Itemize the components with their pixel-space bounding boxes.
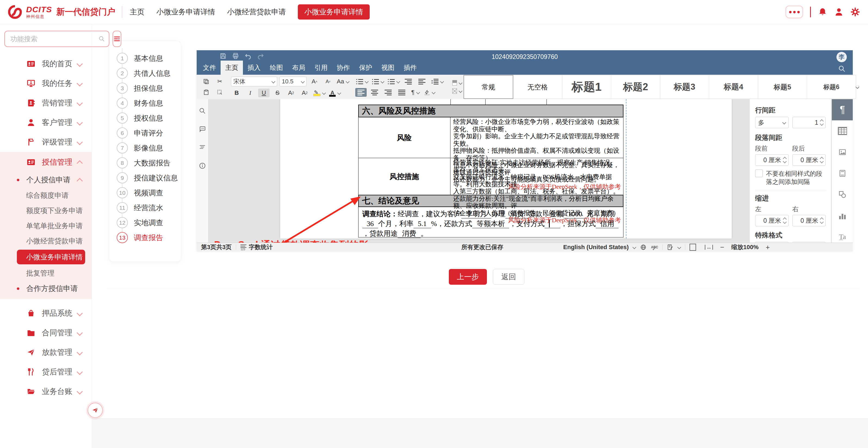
shading-button[interactable]: [423, 88, 436, 97]
editor-menu-tab[interactable]: 插件: [399, 61, 421, 75]
document-page[interactable]: 六、风险及风控措施 风险 经营风险：小微企业市场竞争力弱，易受行业波动（如政策变…: [280, 99, 732, 239]
sidebar-group[interactable]: 放款管理: [0, 343, 92, 362]
nav-tab-2[interactable]: 小微经营贷款申请: [227, 7, 286, 17]
sidebar-group[interactable]: 合同管理: [0, 323, 92, 343]
select-button[interactable]: [214, 88, 225, 97]
indent-left-input[interactable]: 0 厘米: [755, 215, 788, 226]
change-case-button[interactable]: Aa: [336, 77, 350, 86]
paragraph-mark-button[interactable]: ¶: [410, 88, 421, 97]
editor-search-icon[interactable]: [838, 65, 846, 73]
function-search-box[interactable]: [4, 31, 110, 47]
sidebar-subitem[interactable]: 单笔单批业务申请: [0, 218, 92, 233]
style-option[interactable]: 常规: [464, 75, 513, 99]
step-item[interactable]: 1 基本信息: [109, 51, 181, 66]
sidebar-group[interactable]: 客户管理: [0, 113, 92, 132]
editor-menu-tab[interactable]: 布局: [287, 61, 310, 75]
style-option[interactable]: 标题1: [562, 75, 611, 99]
sidebar-group-credit[interactable]: 授信管理: [0, 152, 92, 172]
justify-button[interactable]: [396, 88, 407, 97]
superscript-button[interactable]: A2: [285, 89, 297, 97]
language-select[interactable]: English (United States): [559, 243, 640, 251]
sidebar-group[interactable]: 业务台账: [0, 382, 92, 401]
sidebar-subitem[interactable]: 小微经营贷款申请: [0, 233, 92, 249]
sidebar-group[interactable]: 我的首页: [0, 54, 92, 74]
italic-button[interactable]: I: [245, 89, 256, 97]
sidebar-subitem[interactable]: 额度项下业务申请: [0, 203, 92, 218]
same-style-checkbox[interactable]: [755, 170, 763, 177]
step-item[interactable]: 9 授信建议信息: [109, 170, 181, 185]
align-center-button[interactable]: [369, 88, 380, 97]
sidebar-item-partner-credit[interactable]: 合作方授信申请: [0, 281, 92, 297]
sidebar-subitem-active[interactable]: 小微业务申请详情: [17, 250, 85, 264]
underline-button[interactable]: U: [258, 89, 270, 97]
step-item[interactable]: 3 担保信息: [109, 81, 181, 96]
paragraph-settings-tab[interactable]: ¶: [832, 99, 853, 120]
fit-width-button[interactable]: ↔: [701, 243, 717, 251]
style-option[interactable]: 标题3: [660, 75, 709, 99]
align-left-button[interactable]: [355, 88, 367, 97]
step-item[interactable]: 5 授权信息: [109, 111, 181, 126]
font-family-select[interactable]: 宋体: [231, 77, 277, 87]
decrease-indent-button[interactable]: [403, 77, 414, 86]
copy-button[interactable]: [200, 77, 212, 86]
search-input[interactable]: [10, 35, 98, 43]
nav-tab-0[interactable]: 主页: [130, 7, 145, 17]
subscript-button[interactable]: A2: [299, 89, 310, 97]
table-settings-tab[interactable]: [832, 120, 853, 142]
return-button[interactable]: 返回: [493, 269, 524, 285]
style-option[interactable]: 标题2: [611, 75, 660, 99]
header-footer-settings-tab[interactable]: [832, 163, 853, 184]
shrink-font-button[interactable]: A˅: [322, 77, 334, 86]
step-item[interactable]: 7 影像信息: [109, 140, 181, 156]
brand[interactable]: DCITS 神州信息 新一代信贷门户: [0, 4, 115, 20]
zoom-in-button[interactable]: +: [763, 243, 773, 251]
style-option[interactable]: 无空格: [513, 75, 562, 99]
sidebar-group[interactable]: 评级管理: [0, 132, 92, 152]
page-indicator[interactable]: 第3页共3页: [197, 243, 236, 251]
indent-right-input[interactable]: 0 厘米: [793, 215, 826, 226]
cut-button[interactable]: ✂: [214, 77, 225, 86]
multilevel-list-button[interactable]: [387, 77, 400, 86]
increase-indent-button[interactable]: [416, 77, 428, 86]
sidebar-subitem[interactable]: 综合额度申请: [0, 188, 92, 203]
spacing-before-input[interactable]: 0 厘米: [755, 154, 788, 166]
nav-tab-3[interactable]: 小微业务申请详情: [298, 4, 370, 20]
bell-icon[interactable]: [818, 7, 827, 16]
style-gallery-more-button[interactable]: [856, 85, 859, 89]
editor-menu-tab[interactable]: 主页: [221, 61, 243, 75]
spellcheck-button[interactable]: ABC✓: [647, 243, 662, 251]
comments-icon[interactable]: [199, 125, 206, 132]
zoom-level[interactable]: 缩放100%: [727, 243, 763, 251]
strikethrough-button[interactable]: S: [272, 89, 283, 97]
avatar[interactable]: 李: [836, 52, 847, 62]
user-icon[interactable]: [834, 7, 843, 16]
sidebar-group[interactable]: 我的任务: [0, 74, 92, 93]
sidebar-group[interactable]: 营销管理: [0, 93, 92, 113]
sidebar-subitem[interactable]: 批复管理: [0, 266, 92, 281]
previous-step-button[interactable]: 上一步: [449, 269, 487, 285]
editor-menu-tab[interactable]: 协作: [332, 61, 354, 75]
track-changes-button[interactable]: [663, 243, 685, 251]
font-color-button[interactable]: A: [328, 89, 341, 97]
grow-font-button[interactable]: A˄: [309, 77, 320, 86]
more-menu-button[interactable]: [785, 6, 803, 18]
step-item[interactable]: 6 申请评分: [109, 126, 181, 140]
line-spacing-select[interactable]: 多: [755, 117, 788, 128]
char-shading-button[interactable]: [452, 80, 462, 85]
style-option[interactable]: 标题6: [807, 75, 856, 99]
sidebar-group[interactable]: 押品系统: [0, 304, 92, 323]
spacing-after-input[interactable]: 0 厘米: [793, 154, 826, 166]
conclusion-paragraph[interactable]: 调查结论：经调查，建议为客户李明月办理消费贷款，金额1000元，期限36个月，利…: [358, 207, 623, 237]
bullet-list-button[interactable]: [355, 77, 369, 86]
editor-menu-tab[interactable]: 插入: [243, 61, 265, 75]
highlight-button[interactable]: ✎: [313, 89, 326, 97]
style-option[interactable]: 标题4: [709, 75, 758, 99]
numbered-list-button[interactable]: [371, 77, 384, 86]
chart-settings-tab[interactable]: [832, 205, 853, 226]
align-right-button[interactable]: [382, 88, 394, 97]
feedback-float-button[interactable]: [88, 403, 103, 418]
step-item[interactable]: 13 调查报告: [109, 230, 181, 245]
fit-page-button[interactable]: [685, 243, 701, 251]
line-spacing-button[interactable]: ↕: [430, 77, 444, 86]
sidebar-group[interactable]: 贷后管理: [0, 362, 92, 382]
